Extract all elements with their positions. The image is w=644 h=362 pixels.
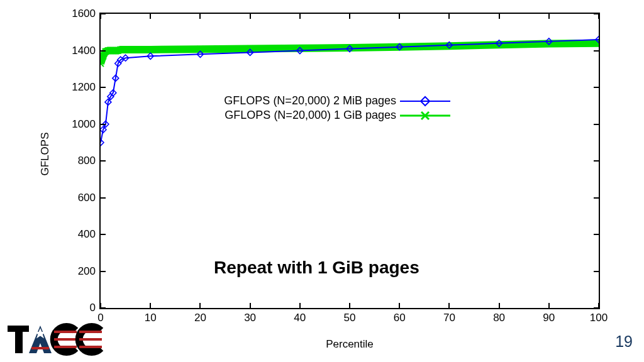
- y-tick-mark: [594, 160, 599, 162]
- y-tick-label: 1600: [72, 8, 101, 20]
- legend-entry-2: GFLOPS (N=20,000) 1 GiB pages: [208, 109, 450, 122]
- x-tick-label: 30: [244, 308, 256, 324]
- x-tick-label: 10: [145, 308, 157, 324]
- x-tick-mark: [499, 303, 500, 308]
- x-tick-mark: [598, 14, 599, 19]
- x-tick-mark: [150, 14, 151, 19]
- y-tick-label: 200: [78, 265, 101, 278]
- x-tick-mark: [250, 14, 251, 19]
- x-tick-mark: [399, 14, 400, 19]
- y-axis-label: GFLOPS: [39, 133, 52, 176]
- x-tick-mark: [299, 14, 301, 19]
- y-tick-mark: [101, 13, 106, 14]
- y-tick-mark: [594, 234, 599, 235]
- x-axis-label: Percentile: [326, 338, 374, 351]
- x-tick-mark: [349, 14, 350, 19]
- plot-area: GFLOPS (N=20,000) 2 MiB pages GFLOPS (N=…: [99, 13, 600, 309]
- y-tick-mark: [594, 87, 599, 88]
- x-tick-mark: [299, 303, 301, 308]
- x-tick-label: 50: [344, 308, 356, 324]
- y-tick-label: 1200: [72, 81, 101, 94]
- legend-sample-2: [400, 109, 450, 122]
- x-tick-label: 100: [590, 308, 608, 324]
- svg-rect-69: [31, 347, 49, 349]
- x-tick-mark: [548, 14, 550, 19]
- y-tick-mark: [101, 50, 106, 52]
- y-tick-mark: [101, 87, 106, 88]
- plot-caption: Repeat with 1 GiB pages: [214, 258, 419, 278]
- y-tick-mark: [101, 160, 106, 162]
- x-tick-mark: [150, 303, 151, 308]
- x-tick-mark: [199, 303, 201, 308]
- x-tick-label: 80: [493, 308, 505, 324]
- x-tick-mark: [349, 303, 350, 308]
- x-tick-mark: [448, 303, 450, 308]
- y-tick-mark: [594, 124, 599, 125]
- y-tick-mark: [594, 271, 599, 272]
- y-tick-label: 1400: [72, 45, 101, 57]
- tacc-logo: [6, 322, 107, 356]
- x-tick-label: 40: [294, 308, 306, 324]
- y-tick-label: 600: [78, 192, 101, 204]
- svg-rect-73: [79, 331, 102, 333]
- x-tick-mark: [399, 303, 400, 308]
- svg-rect-72: [54, 346, 77, 348]
- slide: { "chart_data": { "type": "line", "xlabe…: [0, 0, 644, 362]
- svg-rect-75: [79, 346, 102, 348]
- y-tick-label: 800: [78, 155, 101, 167]
- y-tick-mark: [594, 50, 599, 52]
- legend-entry-1: GFLOPS (N=20,000) 2 MiB pages: [208, 94, 450, 107]
- x-tick-label: 90: [543, 308, 555, 324]
- svg-rect-66: [15, 326, 23, 353]
- x-tick-mark: [598, 303, 599, 308]
- legend: GFLOPS (N=20,000) 2 MiB pages GFLOPS (N=…: [208, 94, 450, 123]
- x-tick-mark: [250, 303, 251, 308]
- x-tick-mark: [548, 303, 550, 308]
- y-tick-mark: [101, 234, 106, 235]
- y-tick-mark: [101, 271, 106, 272]
- x-tick-label: 70: [443, 308, 455, 324]
- y-tick-label: 1000: [72, 118, 101, 131]
- y-tick-label: 400: [78, 228, 101, 241]
- legend-sample-1: [400, 95, 450, 107]
- x-tick-mark: [499, 14, 500, 19]
- svg-rect-71: [54, 338, 77, 341]
- legend-label-2: GFLOPS (N=20,000) 1 GiB pages: [208, 109, 400, 122]
- y-tick-mark: [101, 124, 106, 125]
- x-tick-mark: [199, 14, 201, 19]
- page-number: 19: [615, 332, 633, 351]
- y-tick-mark: [594, 197, 599, 199]
- legend-label-1: GFLOPS (N=20,000) 2 MiB pages: [208, 94, 400, 107]
- svg-rect-70: [54, 331, 77, 333]
- x-tick-mark: [448, 14, 450, 19]
- y-tick-mark: [101, 197, 106, 199]
- x-tick-label: 60: [394, 308, 406, 324]
- x-tick-mark: [100, 14, 101, 19]
- x-tick-label: 20: [194, 308, 206, 324]
- svg-rect-74: [79, 338, 102, 341]
- x-tick-mark: [100, 303, 101, 308]
